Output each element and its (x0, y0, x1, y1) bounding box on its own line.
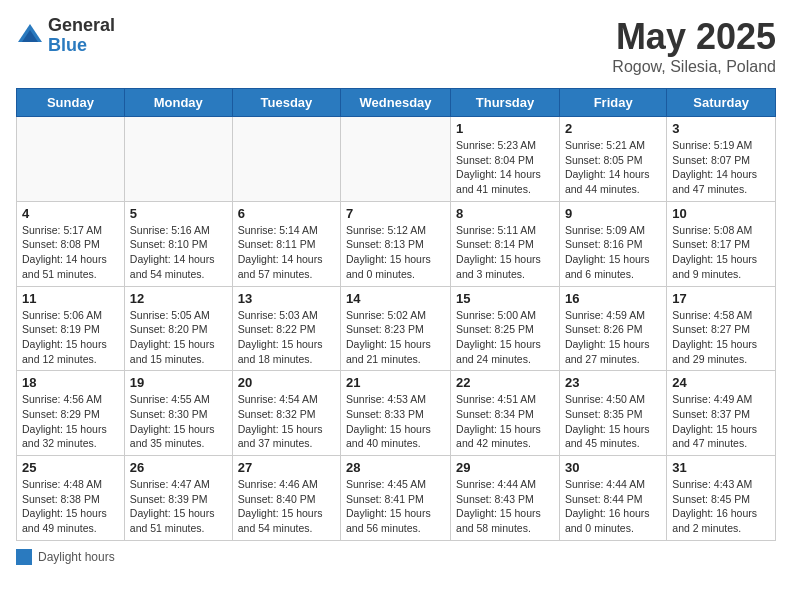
day-number: 19 (130, 375, 227, 390)
day-info: Sunrise: 5:02 AMSunset: 8:23 PMDaylight:… (346, 308, 445, 367)
day-number: 27 (238, 460, 335, 475)
day-info: Sunrise: 5:09 AMSunset: 8:16 PMDaylight:… (565, 223, 661, 282)
calendar-cell: 6Sunrise: 5:14 AMSunset: 8:11 PMDaylight… (232, 201, 340, 286)
logo-blue: Blue (48, 36, 115, 56)
weekday-header: Friday (559, 89, 666, 117)
day-number: 5 (130, 206, 227, 221)
day-info: Sunrise: 4:58 AMSunset: 8:27 PMDaylight:… (672, 308, 770, 367)
calendar-cell: 17Sunrise: 4:58 AMSunset: 8:27 PMDayligh… (667, 286, 776, 371)
logo-text: General Blue (48, 16, 115, 56)
calendar-cell: 5Sunrise: 5:16 AMSunset: 8:10 PMDaylight… (124, 201, 232, 286)
day-number: 21 (346, 375, 445, 390)
day-number: 23 (565, 375, 661, 390)
calendar-cell: 20Sunrise: 4:54 AMSunset: 8:32 PMDayligh… (232, 371, 340, 456)
calendar-cell: 2Sunrise: 5:21 AMSunset: 8:05 PMDaylight… (559, 117, 666, 202)
day-info: Sunrise: 5:23 AMSunset: 8:04 PMDaylight:… (456, 138, 554, 197)
location-title: Rogow, Silesia, Poland (612, 58, 776, 76)
calendar-cell: 30Sunrise: 4:44 AMSunset: 8:44 PMDayligh… (559, 456, 666, 541)
day-info: Sunrise: 4:43 AMSunset: 8:45 PMDaylight:… (672, 477, 770, 536)
title-block: May 2025 Rogow, Silesia, Poland (612, 16, 776, 76)
logo-icon (16, 22, 44, 50)
day-info: Sunrise: 4:56 AMSunset: 8:29 PMDaylight:… (22, 392, 119, 451)
calendar-week-row: 25Sunrise: 4:48 AMSunset: 8:38 PMDayligh… (17, 456, 776, 541)
day-info: Sunrise: 4:53 AMSunset: 8:33 PMDaylight:… (346, 392, 445, 451)
day-info: Sunrise: 5:21 AMSunset: 8:05 PMDaylight:… (565, 138, 661, 197)
day-number: 31 (672, 460, 770, 475)
day-number: 3 (672, 121, 770, 136)
day-number: 10 (672, 206, 770, 221)
calendar-cell: 8Sunrise: 5:11 AMSunset: 8:14 PMDaylight… (451, 201, 560, 286)
calendar-cell: 16Sunrise: 4:59 AMSunset: 8:26 PMDayligh… (559, 286, 666, 371)
calendar-week-row: 1Sunrise: 5:23 AMSunset: 8:04 PMDaylight… (17, 117, 776, 202)
day-info: Sunrise: 5:05 AMSunset: 8:20 PMDaylight:… (130, 308, 227, 367)
day-info: Sunrise: 4:48 AMSunset: 8:38 PMDaylight:… (22, 477, 119, 536)
calendar-week-row: 4Sunrise: 5:17 AMSunset: 8:08 PMDaylight… (17, 201, 776, 286)
day-info: Sunrise: 5:11 AMSunset: 8:14 PMDaylight:… (456, 223, 554, 282)
calendar-cell (124, 117, 232, 202)
day-info: Sunrise: 4:54 AMSunset: 8:32 PMDaylight:… (238, 392, 335, 451)
calendar-cell: 13Sunrise: 5:03 AMSunset: 8:22 PMDayligh… (232, 286, 340, 371)
day-number: 13 (238, 291, 335, 306)
day-info: Sunrise: 4:46 AMSunset: 8:40 PMDaylight:… (238, 477, 335, 536)
logo-general: General (48, 16, 115, 36)
calendar-cell: 29Sunrise: 4:44 AMSunset: 8:43 PMDayligh… (451, 456, 560, 541)
day-number: 14 (346, 291, 445, 306)
day-number: 4 (22, 206, 119, 221)
weekday-header: Thursday (451, 89, 560, 117)
day-number: 16 (565, 291, 661, 306)
calendar-cell: 19Sunrise: 4:55 AMSunset: 8:30 PMDayligh… (124, 371, 232, 456)
day-info: Sunrise: 5:17 AMSunset: 8:08 PMDaylight:… (22, 223, 119, 282)
calendar-cell: 14Sunrise: 5:02 AMSunset: 8:23 PMDayligh… (341, 286, 451, 371)
day-number: 1 (456, 121, 554, 136)
day-number: 28 (346, 460, 445, 475)
calendar-cell: 22Sunrise: 4:51 AMSunset: 8:34 PMDayligh… (451, 371, 560, 456)
calendar-header: SundayMondayTuesdayWednesdayThursdayFrid… (17, 89, 776, 117)
day-number: 8 (456, 206, 554, 221)
day-info: Sunrise: 4:55 AMSunset: 8:30 PMDaylight:… (130, 392, 227, 451)
day-info: Sunrise: 5:06 AMSunset: 8:19 PMDaylight:… (22, 308, 119, 367)
calendar-cell: 21Sunrise: 4:53 AMSunset: 8:33 PMDayligh… (341, 371, 451, 456)
legend: Daylight hours (16, 549, 776, 565)
day-info: Sunrise: 4:44 AMSunset: 8:44 PMDaylight:… (565, 477, 661, 536)
calendar-cell: 26Sunrise: 4:47 AMSunset: 8:39 PMDayligh… (124, 456, 232, 541)
calendar-cell: 15Sunrise: 5:00 AMSunset: 8:25 PMDayligh… (451, 286, 560, 371)
day-info: Sunrise: 5:03 AMSunset: 8:22 PMDaylight:… (238, 308, 335, 367)
calendar-cell: 1Sunrise: 5:23 AMSunset: 8:04 PMDaylight… (451, 117, 560, 202)
calendar-week-row: 11Sunrise: 5:06 AMSunset: 8:19 PMDayligh… (17, 286, 776, 371)
day-number: 30 (565, 460, 661, 475)
calendar-cell: 11Sunrise: 5:06 AMSunset: 8:19 PMDayligh… (17, 286, 125, 371)
day-number: 7 (346, 206, 445, 221)
day-info: Sunrise: 4:51 AMSunset: 8:34 PMDaylight:… (456, 392, 554, 451)
calendar-cell: 7Sunrise: 5:12 AMSunset: 8:13 PMDaylight… (341, 201, 451, 286)
calendar-cell (341, 117, 451, 202)
legend-label: Daylight hours (38, 550, 115, 564)
weekday-header: Wednesday (341, 89, 451, 117)
calendar-week-row: 18Sunrise: 4:56 AMSunset: 8:29 PMDayligh… (17, 371, 776, 456)
day-info: Sunrise: 4:45 AMSunset: 8:41 PMDaylight:… (346, 477, 445, 536)
calendar-cell: 9Sunrise: 5:09 AMSunset: 8:16 PMDaylight… (559, 201, 666, 286)
calendar-cell: 18Sunrise: 4:56 AMSunset: 8:29 PMDayligh… (17, 371, 125, 456)
calendar-cell: 10Sunrise: 5:08 AMSunset: 8:17 PMDayligh… (667, 201, 776, 286)
calendar-cell: 23Sunrise: 4:50 AMSunset: 8:35 PMDayligh… (559, 371, 666, 456)
day-info: Sunrise: 5:16 AMSunset: 8:10 PMDaylight:… (130, 223, 227, 282)
calendar-cell (17, 117, 125, 202)
day-number: 9 (565, 206, 661, 221)
month-title: May 2025 (612, 16, 776, 58)
day-number: 12 (130, 291, 227, 306)
calendar-cell: 28Sunrise: 4:45 AMSunset: 8:41 PMDayligh… (341, 456, 451, 541)
day-info: Sunrise: 5:19 AMSunset: 8:07 PMDaylight:… (672, 138, 770, 197)
day-number: 2 (565, 121, 661, 136)
day-number: 20 (238, 375, 335, 390)
day-number: 18 (22, 375, 119, 390)
day-number: 24 (672, 375, 770, 390)
calendar-cell: 31Sunrise: 4:43 AMSunset: 8:45 PMDayligh… (667, 456, 776, 541)
legend-box (16, 549, 32, 565)
calendar-cell (232, 117, 340, 202)
day-info: Sunrise: 4:59 AMSunset: 8:26 PMDaylight:… (565, 308, 661, 367)
day-number: 25 (22, 460, 119, 475)
day-number: 22 (456, 375, 554, 390)
calendar-cell: 12Sunrise: 5:05 AMSunset: 8:20 PMDayligh… (124, 286, 232, 371)
calendar-cell: 3Sunrise: 5:19 AMSunset: 8:07 PMDaylight… (667, 117, 776, 202)
day-number: 11 (22, 291, 119, 306)
calendar-body: 1Sunrise: 5:23 AMSunset: 8:04 PMDaylight… (17, 117, 776, 541)
